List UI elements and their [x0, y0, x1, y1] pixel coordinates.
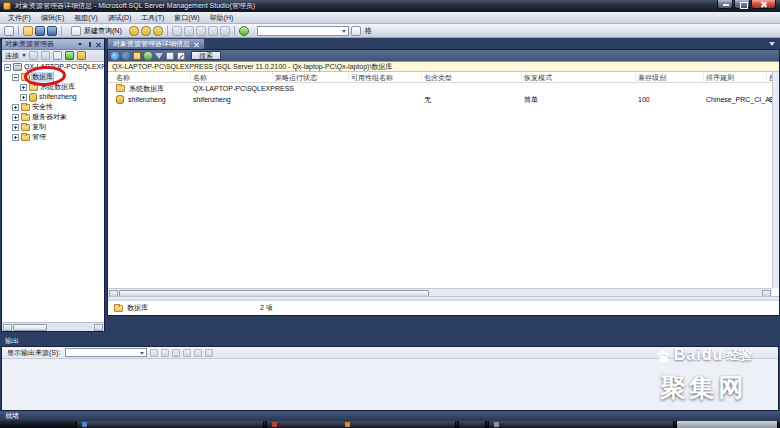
delete-icon[interactable]	[177, 52, 185, 60]
search-button[interactable]: 搜索	[191, 51, 221, 60]
vertical-scrollbar[interactable]	[772, 72, 779, 288]
tab-close-icon[interactable]	[194, 42, 199, 47]
save-icon[interactable]	[35, 26, 45, 36]
object-explorer-header[interactable]: 对象资源管理器	[2, 39, 104, 50]
open-file-icon[interactable]	[23, 26, 33, 36]
menu-view[interactable]: 视图(V)	[69, 12, 102, 23]
expand-icon[interactable]	[12, 114, 19, 121]
filter-icon[interactable]	[155, 53, 163, 59]
find-message-icon[interactable]	[150, 349, 158, 357]
column-header-recovery-model[interactable]: 恢复模式	[522, 72, 636, 82]
expand-icon[interactable]	[12, 134, 19, 141]
cell-compat: 100	[636, 94, 704, 105]
expand-icon[interactable]	[12, 104, 19, 111]
column-header-compat-level[interactable]: 兼容级别	[636, 72, 704, 82]
close-panel-icon[interactable]	[95, 41, 102, 48]
column-header-policy-state[interactable]: 策略运行状态	[273, 72, 349, 82]
goto-next-icon[interactable]	[183, 349, 191, 357]
window-position-icon[interactable]	[77, 41, 84, 48]
database-engine-query-icon[interactable]	[129, 26, 139, 36]
cut-icon[interactable]	[172, 26, 182, 36]
grid-results-icon[interactable]	[351, 26, 361, 36]
minimize-button[interactable]	[717, 0, 733, 9]
tree-item-security[interactable]: 安全性	[2, 102, 104, 112]
tree-item-shifenzheng[interactable]: shifenzheng	[2, 92, 104, 102]
report-icon[interactable]	[166, 52, 174, 60]
cell-containment	[422, 83, 522, 94]
toolbar-combobox[interactable]	[257, 26, 349, 36]
scroll-thumb[interactable]	[13, 324, 47, 331]
forward-icon[interactable]	[122, 52, 130, 60]
up-one-level-icon[interactable]	[133, 52, 141, 60]
menu-file[interactable]: 文件(F)	[3, 12, 36, 23]
menu-window[interactable]: 窗口(W)	[169, 12, 204, 23]
clear-all-icon[interactable]	[194, 349, 202, 357]
taskbar-item[interactable]	[458, 421, 486, 428]
scroll-right-icon[interactable]	[94, 324, 103, 331]
new-connection-icon[interactable]	[4, 26, 14, 36]
cell-collation: Chinese_PRC_CI_AS	[704, 94, 767, 105]
object-explorer-toolbar: 连接	[2, 50, 104, 62]
filter-icon[interactable]	[53, 51, 62, 60]
taskbar-item[interactable]	[676, 421, 778, 428]
copy-icon[interactable]	[184, 26, 194, 36]
disconnect-icon[interactable]	[29, 51, 38, 60]
refresh-icon[interactable]	[65, 51, 74, 60]
table-row[interactable]: shifenzheng shifenzheng 无 简单 100 Chinese…	[108, 94, 779, 105]
output-panel-title[interactable]: 输出	[5, 336, 19, 346]
scroll-left-icon[interactable]	[3, 324, 12, 331]
pin-icon[interactable]	[86, 41, 93, 48]
tree-item-server-objects[interactable]: 服务器对象	[2, 112, 104, 122]
expand-icon[interactable]	[12, 124, 19, 131]
menu-help[interactable]: 帮助(H)	[205, 12, 239, 23]
goto-prev-icon[interactable]	[172, 349, 180, 357]
column-header-collation[interactable]: 排序规则	[704, 72, 767, 82]
menu-tools[interactable]: 工具(T)	[136, 12, 169, 23]
column-header-containment[interactable]: 包含类型	[422, 72, 522, 82]
cell-group	[349, 83, 422, 94]
mdx-query-icon[interactable]	[153, 26, 163, 36]
connect-button[interactable]: 连接	[5, 51, 19, 61]
tree-item-replication[interactable]: 复制	[2, 122, 104, 132]
close-button[interactable]	[751, 0, 776, 9]
analysis-query-icon[interactable]	[141, 26, 151, 36]
scripts-icon[interactable]	[77, 51, 86, 60]
document-tab-strip: 对象资源管理器详细信息	[107, 38, 780, 49]
database-icon	[116, 95, 124, 104]
horizontal-scrollbar[interactable]	[108, 288, 772, 296]
cell-collation	[704, 83, 767, 94]
toggle-wordwrap-icon[interactable]	[205, 349, 213, 357]
horizontal-scrollbar[interactable]	[2, 322, 104, 331]
save-all-icon[interactable]	[47, 26, 57, 36]
output-source-combobox[interactable]	[65, 348, 147, 357]
goto-message-icon[interactable]	[161, 349, 169, 357]
tab-object-explorer-details[interactable]: 对象资源管理器详细信息	[107, 38, 205, 49]
breadcrumb-path[interactable]: QX-LAPTOP-PC\SQLEXPRESS (SQL Server 11.0…	[108, 61, 779, 72]
tree-item-management[interactable]: 管理	[2, 132, 104, 142]
cell-name: shifenzheng	[128, 94, 166, 105]
paste-icon[interactable]	[196, 26, 206, 36]
table-row[interactable]: 系统数据库 QX-LAPTOP-PC\SQLEXPRESS	[108, 83, 779, 94]
new-query-button[interactable]: 新建查询(N)	[66, 24, 127, 38]
refresh-icon[interactable]	[144, 52, 152, 60]
menu-debug[interactable]: 调试(D)	[103, 12, 137, 23]
tree-item-label: 管理	[32, 132, 46, 142]
back-icon[interactable]	[111, 52, 119, 60]
tab-overflow-chevron-icon[interactable]	[769, 42, 775, 46]
menu-edit[interactable]: 编辑(E)	[36, 12, 69, 23]
column-header-name[interactable]: 名称	[114, 72, 191, 82]
taskbar-item[interactable]	[76, 421, 264, 428]
taskbar-item[interactable]	[266, 421, 456, 428]
taskbar-item[interactable]	[488, 421, 674, 428]
maximize-button[interactable]	[734, 0, 750, 9]
column-header-name2[interactable]: 名称	[191, 72, 273, 82]
stop-icon[interactable]	[41, 51, 50, 60]
activity-monitor-icon[interactable]	[239, 26, 249, 36]
expand-icon[interactable]	[20, 84, 27, 91]
collapse-icon[interactable]	[12, 74, 19, 81]
expand-icon[interactable]	[20, 94, 27, 101]
redo-icon[interactable]	[220, 26, 230, 36]
collapse-icon[interactable]	[4, 64, 11, 71]
column-header-availability-group[interactable]: 可用性组名称	[349, 72, 422, 82]
undo-icon[interactable]	[208, 26, 218, 36]
